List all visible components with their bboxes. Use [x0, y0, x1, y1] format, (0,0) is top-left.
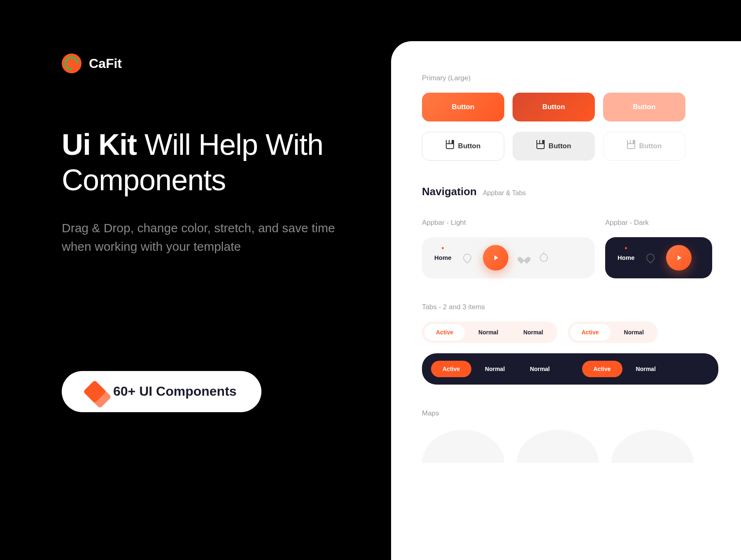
- logo-icon: [62, 54, 82, 73]
- tab-normal-dark[interactable]: Normal: [518, 361, 561, 377]
- brand-name: CaFit: [89, 56, 122, 71]
- tab-normal[interactable]: Normal: [512, 324, 555, 341]
- component-panel: Primary (Large) Button Button Button But…: [391, 41, 741, 560]
- map-preview: [517, 430, 599, 463]
- outline-button-disabled[interactable]: Button: [603, 132, 685, 161]
- location-icon[interactable]: [645, 252, 656, 264]
- tab-normal-dark[interactable]: Normal: [624, 361, 667, 377]
- outline-button-hover[interactable]: Button: [513, 132, 595, 161]
- navigation-title: Navigation: [422, 185, 477, 198]
- tabs-3-light: Active Normal Normal: [422, 322, 557, 343]
- appbar-home-dark[interactable]: Home: [618, 254, 635, 261]
- outline-button-default[interactable]: Button: [422, 132, 504, 161]
- primary-button-hover[interactable]: Button: [513, 93, 595, 121]
- primary-button-default[interactable]: Button: [422, 93, 504, 121]
- play-fab[interactable]: [483, 245, 508, 271]
- layers-icon: [83, 380, 107, 403]
- heart-icon[interactable]: [520, 254, 528, 261]
- appbar-light-label: Appbar - Light: [422, 219, 595, 227]
- appbar-light: Home: [422, 237, 595, 278]
- appbar-dark: Home: [605, 237, 712, 278]
- headline: Ui Kit Will Help With Components: [62, 127, 350, 198]
- appbar-dark-label: Appbar - Dark: [605, 219, 741, 227]
- play-fab-dark[interactable]: [666, 245, 692, 271]
- tabs-label: Tabs - 2 and 3 items: [422, 303, 741, 311]
- badge-text: 60+ UI Components: [113, 384, 237, 399]
- primary-label: Primary (Large): [422, 74, 741, 82]
- tab-normal[interactable]: Normal: [467, 324, 510, 341]
- map-preview: [422, 430, 504, 463]
- tab-active-dark[interactable]: Active: [431, 361, 471, 377]
- tab-normal[interactable]: Normal: [613, 324, 655, 341]
- tab-active[interactable]: Active: [570, 324, 611, 341]
- crown-icon: [627, 143, 635, 149]
- components-badge[interactable]: 60+ UI Components: [62, 371, 261, 412]
- map-preview: [611, 430, 694, 463]
- crown-icon: [536, 143, 545, 149]
- location-icon[interactable]: [461, 252, 473, 264]
- navigation-subtitle: Appbar & Tabs: [483, 189, 526, 197]
- tab-normal-dark[interactable]: Normal: [473, 361, 516, 377]
- primary-button-disabled[interactable]: Button: [603, 93, 685, 121]
- crown-icon: [446, 143, 454, 149]
- appbar-home[interactable]: Home: [434, 254, 452, 261]
- subtitle: Drag & Drop, change color, stretch, and …: [62, 219, 350, 256]
- maps-label: Maps: [422, 409, 741, 418]
- tabs-2-light: Active Normal: [568, 322, 658, 343]
- tab-active-dark[interactable]: Active: [582, 361, 622, 377]
- profile-icon[interactable]: [540, 254, 548, 262]
- tabs-dark-container: Active Normal Normal Active Normal: [422, 353, 718, 385]
- tab-active[interactable]: Active: [424, 324, 465, 341]
- brand-logo: CaFit: [62, 54, 350, 73]
